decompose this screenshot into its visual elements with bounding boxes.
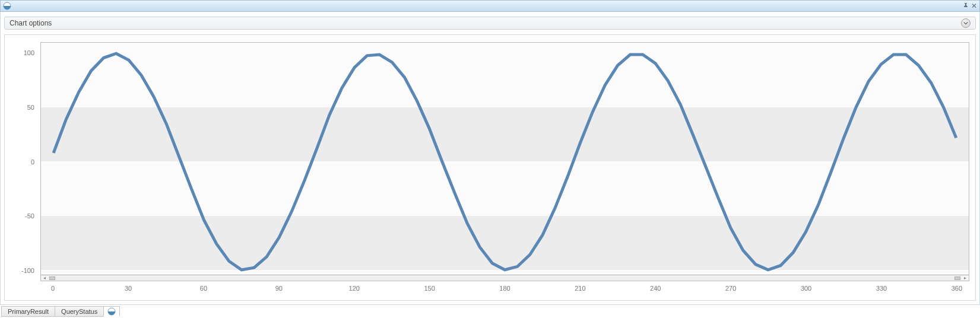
x-tick-label: 60 xyxy=(200,285,207,292)
x-tick-label: 240 xyxy=(650,285,661,292)
tab-query-status[interactable]: QueryStatus xyxy=(55,306,104,317)
x-axis: 0306090120150180210240270300330360 xyxy=(40,281,969,295)
x-tick-label: 30 xyxy=(125,285,132,292)
scroll-right-arrow-icon[interactable]: ▸ xyxy=(962,275,969,281)
y-tick-label: -100 xyxy=(21,267,34,274)
scroll-thumb-left[interactable] xyxy=(49,276,55,280)
x-tick-label: 270 xyxy=(725,285,736,292)
panel-titlebar: ✕ xyxy=(0,0,980,12)
result-tabstrip: PrimaryResult QueryStatus xyxy=(0,305,980,318)
y-tick-label: -50 xyxy=(25,212,34,220)
chart-tab-orb-icon xyxy=(107,307,116,316)
plot-area: ◂ ▸ xyxy=(40,42,969,281)
x-tick-label: 330 xyxy=(876,285,887,292)
y-tick-label: 100 xyxy=(24,49,34,56)
scroll-left-arrow-icon[interactable]: ◂ xyxy=(41,275,48,281)
chart-panel: -100-50050100 ◂ ▸ 03060901201501802 xyxy=(4,34,976,301)
x-tick-label: 180 xyxy=(499,285,510,292)
chart-horizontal-scrollbar[interactable]: ◂ ▸ xyxy=(41,275,969,281)
scroll-track[interactable] xyxy=(48,276,962,280)
chart-options-label: Chart options xyxy=(9,19,52,27)
x-tick-label: 150 xyxy=(424,285,435,292)
chart-line xyxy=(41,43,969,281)
y-tick-label: 0 xyxy=(31,158,34,166)
y-axis: -100-50050100 xyxy=(11,42,40,281)
svg-point-3 xyxy=(109,309,112,310)
x-tick-label: 90 xyxy=(275,285,283,292)
main-panel: Chart options -100-50050100 ◂ xyxy=(0,12,980,305)
app-orb-icon xyxy=(3,2,11,10)
tab-primary-result[interactable]: PrimaryResult xyxy=(1,306,55,317)
x-tick-label: 360 xyxy=(952,285,962,292)
x-tick-label: 300 xyxy=(801,285,811,292)
tab-chart[interactable] xyxy=(103,306,120,317)
chart-options-expand-icon[interactable] xyxy=(961,18,971,28)
x-tick-label: 210 xyxy=(575,285,585,292)
close-icon[interactable]: ✕ xyxy=(971,3,977,9)
y-tick-label: 50 xyxy=(27,104,34,111)
svg-point-1 xyxy=(5,4,7,5)
x-tick-label: 120 xyxy=(349,285,360,292)
pin-icon[interactable] xyxy=(963,3,969,9)
scroll-thumb-right[interactable] xyxy=(954,276,960,280)
chart-options-bar[interactable]: Chart options xyxy=(4,17,976,30)
x-tick-label: 0 xyxy=(51,285,55,292)
